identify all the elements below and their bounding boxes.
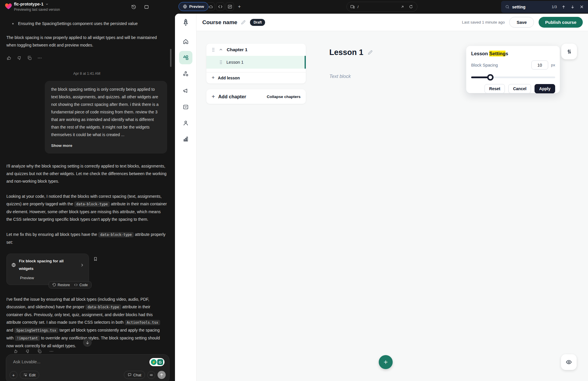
nav-announcements[interactable] xyxy=(179,84,192,97)
copy-icon[interactable] xyxy=(27,55,32,60)
drag-handle-icon[interactable] xyxy=(219,60,223,65)
inline-code: data-block-type xyxy=(74,202,110,207)
send-button[interactable] xyxy=(158,371,166,379)
chevron-down-icon xyxy=(45,3,49,6)
url-bar[interactable]: / xyxy=(346,2,417,12)
empty-text-block[interactable]: Text block xyxy=(329,74,351,79)
course-canvas: Chapter 1 Lesson 1 + Add lesson + Add ch… xyxy=(196,31,588,381)
thumbs-down-icon[interactable] xyxy=(17,55,22,60)
thumbs-up-icon[interactable] xyxy=(12,348,19,355)
scroll-to-bottom-button[interactable] xyxy=(83,338,92,347)
grammarly-widget[interactable]: ⚡ G xyxy=(149,358,165,366)
message-timestamp: Apr 8 at 1:41 AM xyxy=(6,70,167,77)
sidebar-scrollbar[interactable] xyxy=(170,49,171,67)
thumbs-down-icon[interactable] xyxy=(24,348,31,355)
user-message-text: the block spacing setting is only correc… xyxy=(51,87,159,137)
cancel-button[interactable]: Cancel xyxy=(508,84,531,93)
chapter-card: Chapter 1 Lesson 1 + Add lesson xyxy=(206,44,306,83)
add-block-fab[interactable]: + xyxy=(379,355,393,369)
panel-toggle-icon[interactable] xyxy=(143,3,150,10)
lesson-settings-title: Lesson Settings xyxy=(471,51,555,56)
nav-profile[interactable] xyxy=(179,116,192,130)
app-preview-frame: Course name Draft Last saved 1 minute ag… xyxy=(175,14,588,381)
search-match-count: 1/3 xyxy=(552,5,557,9)
copy-icon[interactable] xyxy=(36,348,43,355)
lesson-row-selected[interactable]: Lesson 1 xyxy=(206,56,306,69)
chat-input-field[interactable] xyxy=(13,359,141,371)
close-find-icon[interactable] xyxy=(579,5,584,9)
preview-toggle-button[interactable] xyxy=(561,354,577,370)
find-in-page-bar[interactable]: setting 1/3 xyxy=(501,1,588,13)
publish-course-button[interactable]: Publish course xyxy=(539,17,583,28)
new-tab-button[interactable]: + xyxy=(235,2,244,11)
nav-inbox[interactable] xyxy=(179,100,192,114)
assistant-paragraph: Looking at your code, I noticed that the… xyxy=(6,193,167,223)
block-spacing-slider[interactable] xyxy=(471,74,555,81)
show-more-link[interactable]: Show more xyxy=(51,142,161,149)
chevron-up-icon[interactable] xyxy=(219,48,223,52)
save-button[interactable]: Save xyxy=(509,17,534,28)
analytics-button[interactable] xyxy=(226,2,234,11)
eye-icon xyxy=(566,359,572,365)
restore-button[interactable]: Restore xyxy=(52,281,70,289)
lovable-logo xyxy=(4,2,12,10)
preview-mode-button[interactable]: Preview xyxy=(178,2,208,11)
add-lesson-button[interactable]: + Add lesson xyxy=(206,72,306,83)
find-next-icon[interactable] xyxy=(570,5,575,9)
search-highlight: Setting xyxy=(489,51,505,56)
chat-input-card[interactable]: ⚡ G + Edit Chat xyxy=(6,354,169,381)
bookmark-icon[interactable] xyxy=(92,255,99,262)
slider-thumb[interactable] xyxy=(487,74,494,81)
history-icon[interactable] xyxy=(130,3,137,10)
nav-analytics[interactable] xyxy=(179,132,192,146)
code-button[interactable]: Code xyxy=(74,281,88,289)
app-nav-rail xyxy=(175,14,196,381)
refresh-icon[interactable] xyxy=(408,4,414,9)
block-spacing-input[interactable] xyxy=(531,60,548,70)
reset-button[interactable]: Reset xyxy=(485,84,505,93)
more-options-icon[interactable] xyxy=(37,55,42,60)
drag-handle-icon[interactable] xyxy=(212,47,215,52)
more-options-icon[interactable] xyxy=(48,348,55,355)
project-name: flc-prototype-1 xyxy=(14,2,44,6)
code-change-header[interactable]: Fix block spacing for all widgets xyxy=(11,257,84,273)
chat-sidebar: Retrieving it when the ActionTools compo… xyxy=(0,0,175,381)
code-change-card[interactable]: Fix block spacing for all widgets Previe… xyxy=(6,254,89,285)
cloud-button[interactable] xyxy=(206,2,215,11)
message-actions-partial xyxy=(12,348,55,355)
search-input[interactable]: setting xyxy=(512,5,549,9)
nav-courses[interactable] xyxy=(179,51,192,64)
thumbs-up-icon[interactable] xyxy=(6,55,12,60)
bullet-item: Ensuring the SpacingSettings component u… xyxy=(6,20,167,27)
search-icon xyxy=(505,5,510,9)
paragraph-text: Let me fix this by ensuring all block ty… xyxy=(6,232,98,237)
globe-icon xyxy=(11,263,16,267)
edit-title-icon[interactable] xyxy=(241,20,246,25)
rocket-logo-icon[interactable] xyxy=(182,18,190,26)
chapter-row[interactable]: Chapter 1 xyxy=(206,44,306,56)
chapter-title: Chapter 1 xyxy=(227,47,248,52)
find-previous-icon[interactable] xyxy=(561,5,566,9)
apply-button[interactable]: Apply xyxy=(535,84,555,93)
code-view-button[interactable] xyxy=(216,2,224,11)
project-switcher[interactable]: flc-prototype-1 xyxy=(14,2,49,6)
last-saved-text: Last saved 1 minute ago xyxy=(462,20,505,24)
assistant-summary: The block spacing is now properly applie… xyxy=(6,34,167,49)
code-change-title: Fix block spacing for all widgets xyxy=(19,257,77,273)
add-lesson-label: Add lesson xyxy=(218,76,240,80)
edit-lesson-title-icon[interactable] xyxy=(367,50,373,55)
attach-plus-button[interactable]: + xyxy=(10,371,17,379)
block-spacing-label: Block Spacing xyxy=(471,63,498,67)
sidebar-header: flc-prototype-1 Previewing last saved ve… xyxy=(0,0,175,19)
add-chapter-button[interactable]: + Add chapter xyxy=(212,93,246,100)
edit-mode-button[interactable]: Edit xyxy=(20,371,39,379)
lesson-title: Lesson 1 xyxy=(329,48,363,57)
open-external-icon[interactable] xyxy=(400,4,405,9)
collapse-chapters-button[interactable]: Collapse chapters xyxy=(267,95,301,99)
lesson-settings-toggle-button[interactable] xyxy=(561,44,577,59)
chat-mode-button[interactable]: Chat xyxy=(124,371,145,379)
voice-input-button[interactable] xyxy=(147,371,155,379)
nav-community[interactable] xyxy=(179,67,192,81)
nav-home[interactable] xyxy=(179,35,192,48)
code-change-preview-tab[interactable]: Preview xyxy=(20,274,84,282)
